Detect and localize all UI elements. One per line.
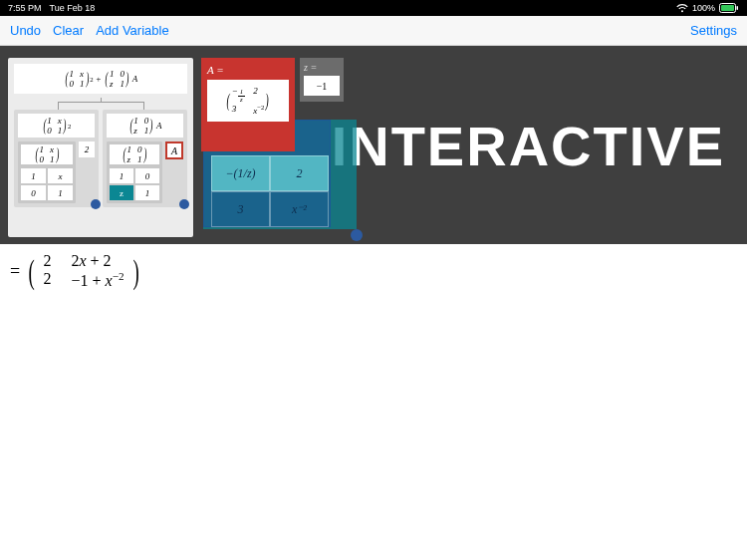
status-time: 7:55 PM: [8, 3, 42, 13]
matrix-cell[interactable]: 0: [21, 185, 46, 200]
matrix-cell[interactable]: 1: [135, 185, 159, 200]
matrix-cell[interactable]: 1: [21, 168, 46, 183]
tree-right-matrix-box[interactable]: 10z1 1 0 z 1: [107, 141, 162, 203]
result-m12: 2x + 2: [71, 252, 124, 270]
result-m22: −1 + x−2: [71, 270, 124, 290]
variable-z-panel[interactable]: z = −1: [300, 58, 344, 102]
variable-A-value: −1z2 3x−2: [207, 80, 289, 122]
variable-z-value: −1: [304, 76, 340, 96]
tree-connector: [14, 98, 187, 110]
result-m11: 2: [43, 252, 51, 270]
matrix-cell[interactable]: 0: [135, 168, 159, 183]
tree-branch-left: 1x012 1x01 1 x 0 1: [14, 110, 99, 207]
matrix-cell[interactable]: −(1/z): [211, 155, 270, 191]
result-m21: 2: [43, 270, 51, 290]
variable-panels: −(1/z) 2 3 x⁻² A = −1z2 3x−2 z = −1: [201, 58, 359, 237]
tree-branch-right: 10z1 A 10z1 1 0 z 1: [103, 110, 187, 207]
variable-A-matrix-grid: −(1/z) 2 3 x⁻²: [211, 155, 329, 227]
tree-left-matrix-box[interactable]: 1x01 1 x 0 1: [18, 141, 76, 203]
app-toolbar: Undo Clear Add Variable Settings: [0, 16, 747, 46]
variable-A-label: A =: [207, 64, 289, 76]
svg-rect-1: [721, 5, 734, 11]
status-date: Tue Feb 18: [50, 3, 96, 13]
tree-right-node[interactable]: 10z1 A: [107, 114, 183, 138]
matrix-cell[interactable]: x⁻²: [270, 191, 329, 227]
result-expression: = ( 2 2x + 2 2 −1 + x−2 ): [0, 244, 747, 298]
settings-button[interactable]: Settings: [690, 23, 737, 38]
matrix-cell[interactable]: 3: [211, 191, 270, 227]
drag-handle-icon[interactable]: [91, 199, 101, 209]
hero-banner: INTERACTIVE 1x012 + 10z1 A 1x012 1x01: [0, 46, 747, 244]
tree-left-scalar[interactable]: 2: [79, 141, 95, 157]
matrix-cell[interactable]: 1: [110, 168, 133, 183]
ios-status-bar: 7:55 PM Tue Feb 18 100%: [0, 0, 747, 16]
add-variable-button[interactable]: Add Variable: [96, 23, 168, 38]
paren-open-icon: (: [29, 258, 35, 285]
undo-button[interactable]: Undo: [10, 23, 41, 38]
matrix-cell[interactable]: 1: [48, 185, 73, 200]
battery-icon: [719, 3, 739, 13]
expression-tree-panel: 1x012 + 10z1 A 1x012 1x01 1: [8, 58, 193, 237]
matrix-cell[interactable]: x: [48, 168, 73, 183]
tree-root-node[interactable]: 1x012 + 10z1 A: [14, 64, 187, 94]
matrix-cell[interactable]: z: [110, 185, 133, 200]
tree-right-var[interactable]: A: [165, 141, 183, 159]
drag-handle-icon[interactable]: [351, 229, 363, 241]
matrix-cell[interactable]: 2: [270, 155, 329, 191]
wifi-icon: [676, 4, 688, 13]
battery-percent: 100%: [692, 3, 715, 13]
result-matrix: 2 2x + 2 2 −1 + x−2: [43, 252, 124, 290]
svg-rect-2: [737, 6, 739, 10]
paren-close-icon: ): [132, 258, 138, 285]
tree-left-node[interactable]: 1x012: [18, 114, 95, 138]
variable-A-panel[interactable]: A = −1z2 3x−2: [201, 58, 295, 151]
equals-sign: =: [10, 261, 20, 282]
drag-handle-icon[interactable]: [179, 199, 189, 209]
clear-button[interactable]: Clear: [53, 23, 84, 38]
variable-z-label: z =: [304, 62, 340, 73]
hero-headline: INTERACTIVE: [332, 113, 725, 177]
